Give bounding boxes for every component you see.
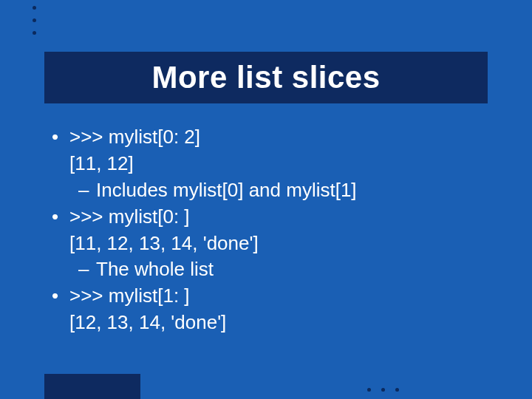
dot-icon (395, 388, 399, 392)
dot-icon (367, 388, 371, 392)
note-text: The whole list (96, 256, 214, 283)
list-item: • >>> mylist[0: ] (52, 204, 502, 231)
code-output: [12, 13, 14, 'done'] (69, 310, 502, 336)
code-prompt: >>> mylist[0: ] (69, 204, 190, 231)
dash-icon: – (78, 177, 90, 204)
note-text: Includes mylist[0] and mylist[1] (96, 177, 357, 204)
dot-icon (381, 388, 385, 392)
slide-content: • >>> mylist[0: 2] [11, 12] – Includes m… (52, 124, 502, 336)
bullet-icon: • (52, 283, 62, 310)
decor-footer-block (44, 374, 140, 399)
code-output: [11, 12] (69, 151, 502, 177)
bullet-icon: • (52, 204, 62, 231)
list-item: • >>> mylist[0: 2] (52, 124, 502, 151)
slide-title: More list slices (151, 60, 380, 95)
dash-icon: – (78, 256, 90, 283)
sub-item: – Includes mylist[0] and mylist[1] (78, 177, 502, 204)
bullet-icon: • (52, 124, 62, 151)
code-prompt: >>> mylist[0: 2] (69, 124, 200, 151)
code-output: [11, 12, 13, 14, 'done'] (69, 231, 502, 257)
dot-icon (33, 6, 36, 10)
list-item: • >>> mylist[1: ] (52, 283, 502, 310)
title-bar: More list slices (44, 52, 488, 103)
dot-icon (33, 31, 36, 35)
code-prompt: >>> mylist[1: ] (69, 283, 190, 310)
decor-dots-top (33, 6, 36, 35)
sub-item: – The whole list (78, 256, 502, 283)
decor-dots-bottom (367, 388, 399, 392)
dot-icon (33, 18, 36, 22)
